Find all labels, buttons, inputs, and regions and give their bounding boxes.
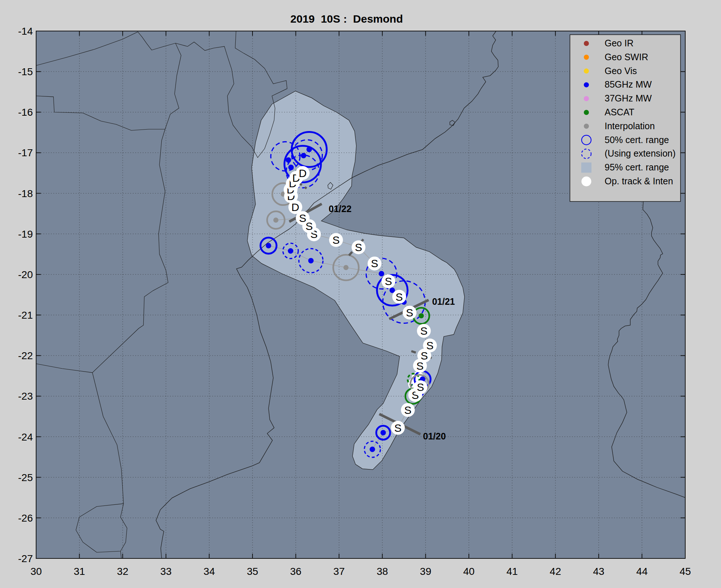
x-tick-label: 33 (160, 566, 171, 577)
legend-label-95-cert-range: 95% cert. range (605, 162, 669, 172)
x-tick-label: 30 (30, 566, 42, 577)
legend-dot-geo-ir-icon (584, 41, 589, 46)
fix-dot-85ghz (301, 153, 306, 158)
legend-dot-geo-swir-icon (584, 55, 589, 60)
x-tick-label: 31 (74, 566, 85, 577)
figure: 30313233343536373839404142434445-14-15-1… (0, 0, 721, 588)
y-tick-label: -24 (18, 431, 33, 443)
fix-dot-interp (273, 218, 278, 223)
chart-title: 2019 10S : Desmond (290, 13, 403, 25)
fix-dot-85ghz (288, 248, 293, 254)
intensity-letter: S (426, 339, 433, 351)
fix-dot-85ghz (379, 271, 384, 276)
fix-dot-85ghz (381, 430, 386, 435)
cyclone-track-map: 30313233343536373839404142434445-14-15-1… (0, 0, 721, 588)
x-tick-label: 43 (593, 566, 604, 577)
legend-label-geo-ir: Geo IR (605, 38, 633, 48)
x-tick-label: 32 (117, 566, 128, 577)
fix-dot-85ghz (306, 147, 312, 152)
y-tick-label: -20 (18, 269, 33, 280)
legend-dot-geo-vis-icon (584, 69, 589, 74)
y-tick-label: -16 (18, 107, 33, 118)
legend-label-op-track-inten: Op. track & Inten (605, 176, 673, 186)
y-tick-label: -21 (18, 310, 33, 321)
intensity-letter: S (332, 234, 340, 246)
intensity-letter: S (355, 241, 362, 253)
x-tick-label: 39 (420, 566, 431, 577)
x-tick-label: 40 (463, 566, 474, 577)
legend-label-37ghz-mw: 37GHz MW (605, 93, 652, 103)
legend-label-using-extension: (Using extension) (605, 148, 676, 158)
intensity-letter: S (396, 291, 403, 303)
legend-label-85ghz-mw: 85GHz MW (605, 79, 652, 89)
fix-dot-85ghz (266, 243, 271, 249)
x-tick-label: 42 (550, 566, 561, 577)
y-tick-label: -15 (18, 66, 33, 77)
y-tick-label: -26 (18, 512, 33, 524)
fix-dot-85ghz (308, 258, 314, 264)
legend-label-50-cert-range: 50% cert. range (605, 135, 669, 145)
y-tick-label: -14 (18, 26, 33, 37)
intensity-letter: S (406, 307, 413, 319)
intensity-letter: S (299, 212, 306, 224)
legend-label-geo-swir: Geo SWIR (605, 52, 648, 62)
legend-dot-interpolation-icon (584, 124, 589, 129)
intensity-letter: S (417, 381, 424, 393)
intensity-letter: S (371, 257, 378, 269)
legend-dot-85ghz-mw-icon (584, 82, 589, 87)
y-tick-label: -23 (18, 391, 33, 402)
intensity-letter: S (385, 275, 392, 287)
x-tick-label: 44 (636, 566, 648, 577)
legend-dot-ascat-icon (584, 110, 589, 115)
fix-dot-ascat (419, 313, 424, 318)
legend-square-icon (581, 162, 591, 173)
x-tick-label: 36 (290, 566, 301, 577)
x-tick-label: 38 (377, 566, 388, 577)
legend-label-interpolation: Interpolation (605, 121, 655, 131)
legend-dot-37ghz-mw-icon (584, 96, 589, 101)
y-tick-label: -27 (18, 553, 33, 564)
x-tick-label: 41 (506, 566, 518, 577)
y-tick-label: -22 (18, 350, 33, 361)
legend-label-geo-vis: Geo Vis (605, 66, 637, 76)
x-tick-label: 45 (679, 566, 691, 577)
date-label: 01/22 (329, 204, 352, 214)
legend-label-ascat: ASCAT (605, 107, 635, 117)
intensity-letter: D (299, 167, 307, 179)
y-tick-label: -19 (18, 228, 33, 240)
intensity-letter: S (420, 325, 428, 337)
x-tick-label: 37 (333, 566, 345, 577)
intensity-letter: S (404, 404, 412, 416)
y-tick-label: -17 (18, 147, 33, 158)
fix-dot-85ghz (286, 157, 291, 163)
fix-dot-85ghz (370, 446, 375, 452)
y-tick-label: -18 (18, 188, 33, 199)
legend-white-dot-icon (582, 177, 591, 187)
intensity-letter: S (394, 422, 401, 434)
fix-dot-85ghz (288, 165, 294, 170)
y-tick-label: -25 (18, 472, 33, 483)
date-label: 01/21 (432, 296, 455, 307)
x-tick-label: 35 (247, 566, 258, 577)
legend: Geo IRGeo SWIRGeo Vis85GHz MW37GHz MWASC… (570, 35, 680, 201)
fix-dot-interp (343, 265, 348, 270)
date-label: 01/20 (423, 431, 446, 441)
x-tick-label: 34 (204, 566, 215, 577)
